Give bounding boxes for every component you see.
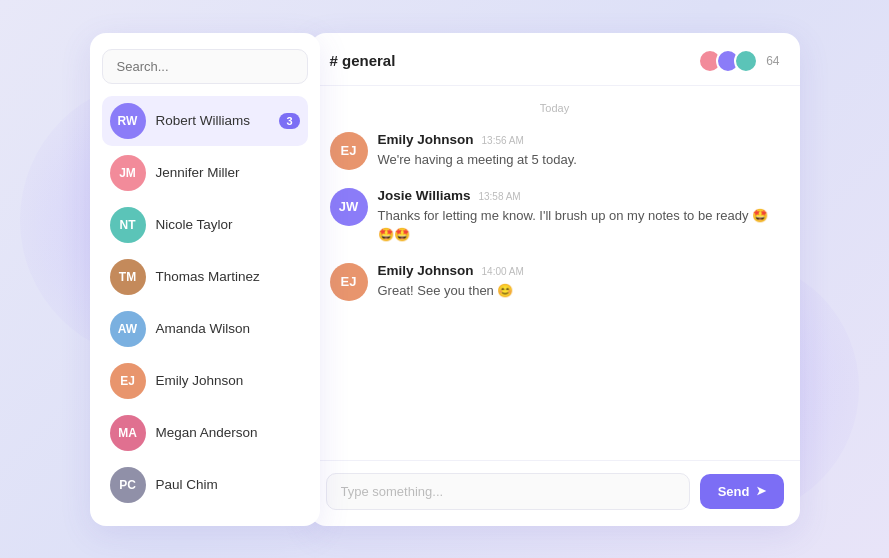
msg-avatar-josie: JW xyxy=(330,188,368,226)
right-panel: # general 64 Today EJ Emily Johnso xyxy=(310,33,800,526)
contact-item-emily-johnson[interactable]: EJ Emily Johnson xyxy=(102,356,308,406)
avatar-jennifer-miller: JM xyxy=(110,155,146,191)
msg-header-1: Emily Johnson 13:56 AM xyxy=(378,132,577,147)
contact-name-nicole-taylor: Nicole Taylor xyxy=(156,217,300,232)
msg-sender-1: Emily Johnson xyxy=(378,132,474,147)
message-row-1: EJ Emily Johnson 13:56 AM We're having a… xyxy=(330,132,780,170)
send-label: Send xyxy=(718,484,750,499)
contact-name-megan-anderson: Megan Anderson xyxy=(156,425,300,440)
contact-list: RW Robert Williams 3 JM Jennifer Miller … xyxy=(102,96,308,510)
contact-item-robert-williams[interactable]: RW Robert Williams 3 xyxy=(102,96,308,146)
search-input[interactable] xyxy=(102,49,308,84)
contact-item-paul-chim[interactable]: PC Paul Chim xyxy=(102,460,308,510)
contact-name-amanda-wilson: Amanda Wilson xyxy=(156,321,300,336)
avatar-amanda-wilson: AW xyxy=(110,311,146,347)
avatar-nicole-taylor: NT xyxy=(110,207,146,243)
msg-text-3: Great! See you then 😊 xyxy=(378,281,524,301)
avatar-megan-anderson: MA xyxy=(110,415,146,451)
msg-time-1: 13:56 AM xyxy=(482,135,524,146)
app-container: RW Robert Williams 3 JM Jennifer Miller … xyxy=(90,33,800,526)
chat-header: # general 64 xyxy=(310,33,800,86)
msg-sender-2: Josie Williams xyxy=(378,188,471,203)
message-input[interactable] xyxy=(326,473,690,510)
msg-text-1: We're having a meeting at 5 today. xyxy=(378,150,577,170)
header-right: 64 xyxy=(698,49,779,73)
msg-content-3: Emily Johnson 14:00 AM Great! See you th… xyxy=(378,263,524,301)
send-button[interactable]: Send ➤ xyxy=(700,474,784,509)
member-count: 64 xyxy=(766,54,779,68)
msg-content-1: Emily Johnson 13:56 AM We're having a me… xyxy=(378,132,577,170)
avatar-stack xyxy=(698,49,758,73)
msg-time-2: 13:58 AM xyxy=(478,191,520,202)
contact-name-thomas-martinez: Thomas Martinez xyxy=(156,269,300,284)
msg-text-2: Thanks for letting me know. I'll brush u… xyxy=(378,206,780,245)
contact-item-jennifer-miller[interactable]: JM Jennifer Miller xyxy=(102,148,308,198)
contact-name-robert-williams: Robert Williams xyxy=(156,113,270,128)
send-icon: ➤ xyxy=(756,484,766,498)
msg-header-3: Emily Johnson 14:00 AM xyxy=(378,263,524,278)
badge-robert-williams: 3 xyxy=(279,113,299,129)
chat-input-area: Send ➤ xyxy=(310,460,800,526)
date-divider: Today xyxy=(330,102,780,114)
mini-avatar-3 xyxy=(734,49,758,73)
left-panel: RW Robert Williams 3 JM Jennifer Miller … xyxy=(90,33,320,526)
msg-content-2: Josie Williams 13:58 AM Thanks for letti… xyxy=(378,188,780,245)
msg-header-2: Josie Williams 13:58 AM xyxy=(378,188,780,203)
message-row-3: EJ Emily Johnson 14:00 AM Great! See you… xyxy=(330,263,780,301)
contact-item-amanda-wilson[interactable]: AW Amanda Wilson xyxy=(102,304,308,354)
message-row-2: JW Josie Williams 13:58 AM Thanks for le… xyxy=(330,188,780,245)
msg-avatar-emily-3: EJ xyxy=(330,263,368,301)
msg-sender-3: Emily Johnson xyxy=(378,263,474,278)
contact-name-paul-chim: Paul Chim xyxy=(156,477,300,492)
chat-messages: Today EJ Emily Johnson 13:56 AM We're ha… xyxy=(310,86,800,460)
contact-name-jennifer-miller: Jennifer Miller xyxy=(156,165,300,180)
avatar-thomas-martinez: TM xyxy=(110,259,146,295)
contact-name-emily-johnson: Emily Johnson xyxy=(156,373,300,388)
contact-item-thomas-martinez[interactable]: TM Thomas Martinez xyxy=(102,252,308,302)
avatar-emily-johnson: EJ xyxy=(110,363,146,399)
avatar-robert-williams: RW xyxy=(110,103,146,139)
msg-avatar-emily-1: EJ xyxy=(330,132,368,170)
contact-item-nicole-taylor[interactable]: NT Nicole Taylor xyxy=(102,200,308,250)
avatar-paul-chim: PC xyxy=(110,467,146,503)
msg-time-3: 14:00 AM xyxy=(482,266,524,277)
contact-item-megan-anderson[interactable]: MA Megan Anderson xyxy=(102,408,308,458)
channel-name: # general xyxy=(330,52,396,69)
